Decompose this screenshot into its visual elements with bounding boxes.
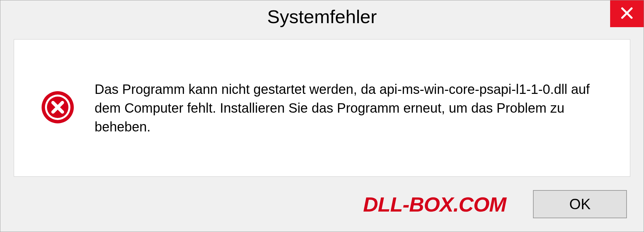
close-icon (620, 6, 634, 21)
error-icon (41, 91, 74, 125)
watermark-text: DLL-BOX.COM (363, 192, 506, 216)
footer: DLL-BOX.COM OK (0, 183, 644, 232)
titlebar: Systemfehler (0, 0, 644, 33)
content-area: Das Programm kann nicht gestartet werden… (14, 39, 630, 177)
close-button[interactable] (610, 0, 644, 27)
error-dialog: Systemfehler Das Programm kann nicht ges… (0, 0, 644, 232)
ok-button[interactable]: OK (533, 190, 627, 218)
dialog-title: Systemfehler (267, 6, 377, 27)
error-message: Das Programm kann nicht gestartet werden… (95, 80, 603, 136)
